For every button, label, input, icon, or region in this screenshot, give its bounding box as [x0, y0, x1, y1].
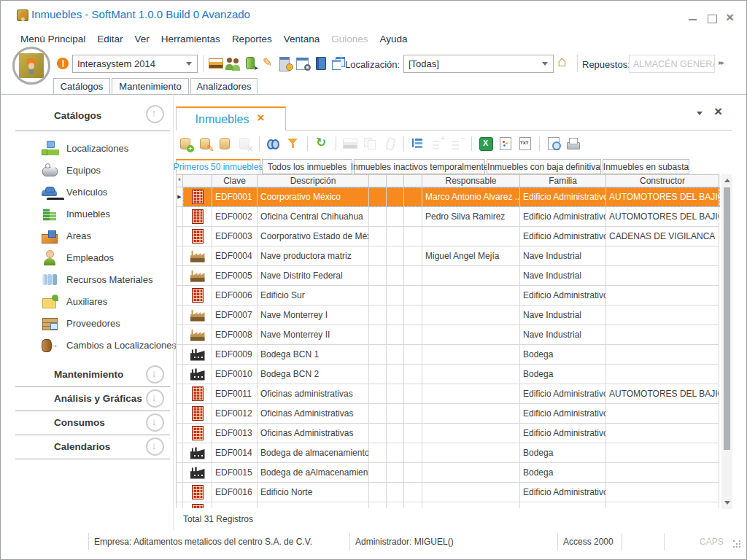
toolbar-notebook[interactable]	[313, 55, 329, 71]
expand-arrow-icon[interactable]	[146, 389, 164, 408]
table-row[interactable]: EDF0015 Bodega de aAlmacenamiento... Bod…	[176, 463, 720, 483]
resize-grip[interactable]	[732, 539, 742, 549]
toolbar-filter[interactable]	[285, 136, 301, 152]
subtab-inmuebles-inactivos-temporalmente[interactable]: Inmuebles inactivos temporalmente	[354, 159, 485, 174]
alert-icon[interactable]	[57, 58, 69, 69]
toolbar-search[interactable]	[266, 136, 282, 152]
toolbar-inventory[interactable]	[243, 55, 259, 71]
table-row[interactable]: EDF0008 Nave Monterrey II Nave Industria…	[176, 325, 720, 345]
toolbar-print-preview[interactable]	[546, 136, 562, 152]
table-row[interactable]: EDF0006 Edificio Sur Edificio Administra…	[176, 286, 720, 306]
subtab-inmuebles-en-subasta[interactable]: Inmuebles en subasta	[603, 159, 689, 174]
subtab-todos-los-inmuebles[interactable]: Todos los inmuebles	[262, 159, 352, 174]
vertical-scrollbar[interactable]	[721, 174, 732, 509]
toolbar-records[interactable]	[217, 136, 233, 152]
localizacion-combo[interactable]: [Todas]	[403, 55, 554, 73]
table-row[interactable]: EDF0014 Bodega de almacenamiento y... Bo…	[176, 443, 720, 463]
menu-item-herramientas[interactable]: Herramientas	[160, 32, 222, 46]
toolbar-users[interactable]	[225, 55, 241, 71]
table-row[interactable]: EDF0005 Nave Distrito Federal Nave Indus…	[176, 266, 720, 286]
toolbar-edit-cursor[interactable]	[260, 55, 276, 71]
ribbon-tab-mantenimiento[interactable]: Mantenimiento	[112, 78, 189, 95]
header-constructor[interactable]: Constructor	[606, 174, 719, 187]
close-button[interactable]	[724, 12, 738, 26]
sidebar-section-calendarios[interactable]: Calendarios	[15, 435, 170, 459]
toolbar-export-formatted[interactable]	[498, 136, 514, 152]
header-empty[interactable]	[387, 174, 404, 187]
table-row[interactable]: EDF0016 Edificio Norte Edificio Administ…	[176, 483, 720, 502]
toolbar-image[interactable]	[208, 55, 224, 71]
toolbar-print[interactable]	[565, 136, 581, 152]
table-row[interactable]: EDF0009 Bodega BCN 1 Bodega	[176, 345, 720, 365]
sidebar-item-proveedores[interactable]: Proveedores	[15, 312, 170, 334]
document-tab-inmuebles[interactable]: Inmuebles	[176, 106, 286, 131]
sidebar-item-inmuebles[interactable]: Inmuebles	[15, 203, 170, 225]
toolbar-image[interactable]	[342, 136, 358, 152]
menu-item-ventana[interactable]: Ventana	[282, 32, 322, 46]
subtab-primeros-50-inmuebles[interactable]: Primeros 50 inmuebles	[176, 159, 260, 174]
sidebar-item-equipos[interactable]: Equipos	[15, 159, 170, 181]
sidebar-item-localizaciones[interactable]: Localizaciones	[15, 137, 170, 159]
toolbar-collapse-tree[interactable]	[449, 136, 465, 152]
header-clave[interactable]: Clave	[212, 174, 258, 187]
menu-item-menu-principal[interactable]: Menú Principal	[19, 32, 87, 46]
subtab-inmuebles-con-baja-definitiva[interactable]: Inmuebles con baja definitiva	[487, 159, 601, 174]
ribbon-tab-catalogos[interactable]: Catálogos	[53, 78, 110, 95]
toolbar-calculator[interactable]	[278, 55, 294, 71]
scrollbar-thumb[interactable]	[724, 187, 730, 450]
header-responsable[interactable]: Responsable	[422, 174, 520, 187]
sidebar-item-vehiculos[interactable]: Vehículos	[15, 181, 170, 203]
table-row[interactable]: EDF0012 Oficinas Administrativas Edifici…	[176, 404, 720, 424]
header-descripcion[interactable]: Descripción	[258, 174, 369, 187]
scroll-down-icon[interactable]	[724, 501, 730, 505]
document-close-icon[interactable]	[714, 104, 726, 115]
table-row[interactable]: EDF0007 Nave Monterrey I Nave Industrial	[176, 306, 720, 325]
toolbar-export-text[interactable]	[517, 136, 533, 152]
sidebar-item-auxiliares[interactable]: Auxiliares	[15, 290, 170, 312]
header-icon-column[interactable]	[183, 174, 212, 187]
sidebar-item-areas[interactable]: Areas	[15, 225, 170, 246]
user-avatar[interactable]	[12, 47, 50, 85]
toolbar-cascade-windows[interactable]	[330, 55, 347, 71]
expand-arrow-icon[interactable]	[146, 413, 164, 432]
sidebar-section-mantenimiento[interactable]: Mantenimiento	[15, 363, 170, 387]
menu-item-editar[interactable]: Editar	[96, 32, 124, 46]
tab-close-icon[interactable]	[257, 114, 266, 125]
sidebar-item-empleados[interactable]: Empleados	[15, 246, 170, 268]
toolbar-tree-view[interactable]	[410, 136, 426, 152]
profile-combo[interactable]: Interasystem 2014	[72, 55, 198, 73]
collapse-arrow-icon[interactable]	[146, 105, 164, 123]
toolbar-attachment[interactable]	[382, 136, 398, 152]
sidebar-item-cambios-a-localizaciones[interactable]: Cambios a Localizaciones	[15, 334, 170, 356]
header-familia[interactable]: Familia	[520, 174, 606, 187]
menu-item-guiones[interactable]: Guiones	[330, 32, 369, 46]
toolbar-paste[interactable]	[362, 136, 378, 152]
home-icon[interactable]	[557, 54, 573, 71]
expand-arrow-icon[interactable]	[146, 365, 164, 384]
ribbon-tab-analizadores[interactable]: Analizadores	[190, 78, 258, 95]
maximize-button[interactable]	[705, 12, 719, 26]
table-row[interactable]: EDF0001 Coorporativo México Marco Antoni…	[176, 187, 720, 207]
toolbar-refresh[interactable]	[314, 136, 330, 152]
repuestos-browse-button[interactable]	[719, 58, 723, 66]
scroll-up-icon[interactable]	[724, 179, 730, 182]
table-row[interactable]: EDF0010 Bodega BCN 2 Bodega	[176, 365, 720, 384]
minimize-button[interactable]	[686, 12, 700, 26]
sidebar-section-analisis-y-graficas[interactable]: Análisis y Gráficas	[15, 387, 170, 411]
toolbar-export-excel[interactable]	[478, 136, 494, 152]
sidebar-section-consumos[interactable]: Consumos	[15, 411, 170, 435]
header-empty[interactable]	[369, 174, 387, 187]
toolbar-delete-record[interactable]	[237, 136, 253, 152]
sidebar-item-recursos-materiales[interactable]: Recursos Materiales	[15, 268, 170, 290]
table-row[interactable]	[176, 502, 720, 508]
table-row[interactable]: EDF0002 Oficina Central Chihuahua Pedro …	[176, 207, 720, 227]
table-row[interactable]: EDF0011 Oficinas administrativas Edifici…	[176, 384, 720, 404]
menu-item-reportes[interactable]: Reportes	[231, 32, 274, 46]
header-indicator[interactable]: *	[176, 174, 183, 187]
menu-item-ver[interactable]: Ver	[133, 32, 151, 46]
header-empty[interactable]	[404, 174, 422, 187]
table-row[interactable]: EDF0003 Coorporativo Estado de México Ed…	[176, 227, 720, 246]
toolbar-edit-record[interactable]	[198, 136, 214, 152]
sidebar-section-catalogos[interactable]: Catálogos	[15, 97, 170, 131]
toolbar-expand-tree[interactable]	[430, 136, 446, 152]
